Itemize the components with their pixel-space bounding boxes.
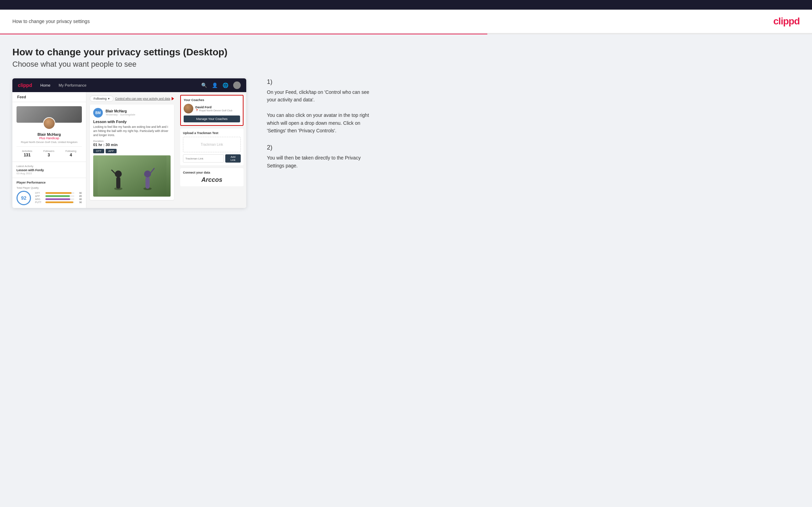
- trackman-input[interactable]: [183, 154, 224, 163]
- stat-followers-value: 3: [43, 153, 54, 157]
- bar-app-value: 85: [76, 195, 82, 197]
- coach-club: 📍 Royal North Devon Golf Club: [195, 109, 240, 112]
- feed-tab[interactable]: Feed: [12, 92, 86, 102]
- bar-arg-track: [45, 198, 74, 200]
- page-subheading: Choose what you want people to see: [12, 60, 800, 69]
- add-link-button[interactable]: Add Link: [225, 154, 241, 163]
- svg-rect-0: [98, 156, 166, 196]
- bar-arg-value: 86: [76, 198, 82, 200]
- bar-putt: PUTT 96: [35, 201, 82, 203]
- bar-arg-label: ARG: [35, 198, 44, 200]
- profile-name: Blair McHarg: [17, 132, 82, 136]
- bar-ott-label: OTT: [35, 192, 44, 194]
- score-number: 92: [21, 195, 26, 201]
- instruction-1-num: 1): [267, 78, 376, 86]
- upload-section: Upload a Trackman Test Trackman Link Add…: [180, 129, 243, 165]
- bar-arg: ARG 86: [35, 198, 82, 200]
- arccos-logo: Arccos: [183, 176, 241, 184]
- post-card: BM Blair McHarg Yesterday · Sunningdale …: [90, 104, 174, 200]
- bar-ott-value: 90: [76, 192, 82, 194]
- bar-app: APP 85: [35, 195, 82, 197]
- control-link-row: Control who can see your activity and da…: [115, 97, 174, 100]
- post-author-info: Blair McHarg Yesterday · Sunningdale: [106, 109, 135, 116]
- coaches-title: Your Coaches: [184, 98, 240, 102]
- latest-activity-name: Lesson with Fordy: [17, 168, 82, 172]
- coach-name: David Ford: [195, 106, 240, 109]
- duration-value: 01 hr : 30 min: [93, 143, 118, 147]
- coach-avatar: [184, 104, 193, 113]
- top-bar: [0, 0, 812, 10]
- post-title: Lesson with Fordy: [93, 120, 171, 124]
- post-header: BM Blair McHarg Yesterday · Sunningdale: [93, 108, 171, 118]
- stat-following-value: 4: [65, 153, 76, 157]
- post-duration-label: Duration 01 hr : 30 min: [93, 140, 171, 147]
- duration-label-text: Duration: [93, 140, 104, 143]
- instruction-2-text: You will then be taken directly to the P…: [267, 154, 376, 169]
- bar-putt-label: PUTT: [35, 201, 44, 203]
- coach-info: David Ford 📍 Royal North Devon Golf Club: [195, 106, 240, 112]
- manage-coaches-button[interactable]: Manage Your Coaches: [184, 115, 240, 122]
- total-quality-label: Total Player Quality: [17, 186, 82, 189]
- profile-card: Blair McHarg Plus Handicap Royal North D…: [12, 102, 86, 162]
- player-performance: Player Performance Total Player Quality …: [12, 178, 86, 208]
- right-panel: Your Coaches David Ford 📍 Royal North De…: [177, 92, 246, 208]
- following-label: Following: [94, 97, 107, 100]
- instructions: 1) On your Feed, click/tap on 'Control w…: [259, 78, 376, 179]
- svg-rect-6: [145, 177, 150, 189]
- profile-subtitle: Plus Handicap: [17, 136, 82, 140]
- person-icon[interactable]: 👤: [212, 82, 218, 88]
- clippd-logo: clippd: [773, 16, 800, 27]
- stat-followers: Followers 3: [43, 150, 54, 157]
- perf-row: 92 OTT 90 APP: [17, 191, 82, 205]
- stat-following: Following 4: [65, 150, 76, 157]
- post-tags: OTT APP: [93, 149, 171, 153]
- control-link[interactable]: Control who can see your activity and da…: [115, 97, 170, 100]
- connect-section: Connect your data Arccos: [180, 168, 243, 186]
- post-date: Yesterday · Sunningdale: [106, 113, 135, 116]
- post-avatar: BM: [93, 108, 103, 118]
- following-row: Following ▾ Control who can see your act…: [90, 96, 174, 102]
- left-panel: Feed Blair McHarg Plus Handicap Royal No…: [12, 92, 86, 208]
- globe-icon[interactable]: 🌐: [223, 82, 228, 88]
- app-nav: clippd Home My Performance 🔍 👤 🌐: [12, 78, 246, 92]
- center-panel: Following ▾ Control who can see your act…: [86, 92, 177, 208]
- bar-app-track: [45, 195, 74, 197]
- trackman-input-row: Add Link: [183, 154, 241, 163]
- coaches-section: Your Coaches David Ford 📍 Royal North De…: [181, 96, 243, 125]
- search-icon[interactable]: 🔍: [201, 82, 207, 88]
- main-content: How to change your privacy settings (Des…: [0, 34, 812, 507]
- right-arrow-icon: [172, 97, 174, 100]
- app-nav-home[interactable]: Home: [40, 83, 50, 87]
- stat-activities: Activities 131: [22, 150, 32, 157]
- app-screenshot: clippd Home My Performance 🔍 👤 🌐 Feed: [12, 78, 246, 208]
- app-body: Feed Blair McHarg Plus Handicap Royal No…: [12, 92, 246, 208]
- perf-bars: OTT 90 APP 85 ARG: [35, 192, 82, 204]
- coach-club-name: Royal North Devon Golf Club: [199, 109, 232, 112]
- coach-item: David Ford 📍 Royal North Devon Golf Club: [184, 104, 240, 113]
- post-text: Looking to feel like my hands are exitin…: [93, 125, 171, 137]
- app-nav-performance[interactable]: My Performance: [59, 83, 87, 87]
- header: How to change your privacy settings clip…: [0, 10, 812, 34]
- instruction-1: 1) On your Feed, click/tap on 'Control w…: [267, 78, 376, 134]
- profile-avatar: [43, 117, 55, 130]
- header-title: How to change your privacy settings: [12, 19, 90, 24]
- latest-activity-date: 03 Aug 2022: [17, 172, 82, 175]
- page-heading: How to change your privacy settings (Des…: [12, 47, 800, 58]
- nav-avatar[interactable]: [233, 81, 241, 89]
- bar-putt-value: 96: [76, 201, 82, 203]
- bar-app-label: APP: [35, 195, 44, 197]
- instruction-1-text: On your Feed, click/tap on 'Control who …: [267, 88, 376, 134]
- instruction-2: 2) You will then be taken directly to th…: [267, 144, 376, 169]
- golf-scene-svg: [98, 156, 166, 196]
- stat-followers-label: Followers: [43, 150, 54, 153]
- connect-title: Connect your data: [183, 171, 241, 174]
- bar-ott: OTT 90: [35, 192, 82, 194]
- stat-activities-value: 131: [22, 153, 32, 157]
- following-button[interactable]: Following ▾: [90, 96, 113, 102]
- svg-rect-2: [116, 177, 120, 189]
- post-image-bg: [93, 155, 171, 197]
- bar-putt-track: [45, 201, 74, 203]
- perf-title: Player Performance: [17, 181, 82, 184]
- upload-title: Upload a Trackman Test: [183, 131, 241, 135]
- location-pin-icon: 📍: [195, 109, 198, 112]
